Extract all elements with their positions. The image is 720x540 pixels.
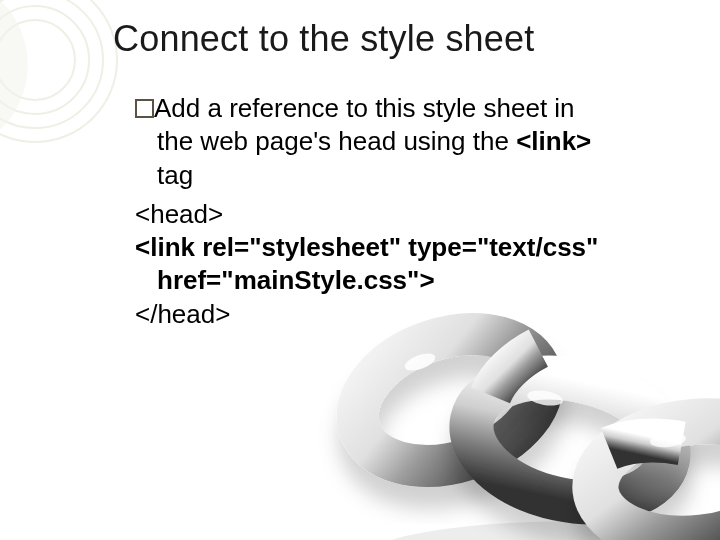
bullet-lead: Add [154, 93, 200, 123]
svg-point-8 [403, 350, 438, 374]
bullet-text-1: a reference to this style sheet in [200, 93, 574, 123]
svg-point-4 [370, 521, 720, 540]
bullet-text-2: the web page's head using the [157, 126, 516, 156]
svg-point-10 [649, 431, 686, 449]
link-tag-word: <link> [516, 126, 591, 156]
code-block: <head> <link rel="stylesheet" type="text… [135, 198, 675, 331]
svg-point-0 [0, 0, 117, 142]
bullet-box-icon [135, 99, 154, 118]
code-line-link-b: href="mainStyle.css"> [135, 264, 675, 297]
bullet-line-3: tag [135, 159, 675, 192]
svg-point-5 [340, 312, 559, 489]
svg-point-7 [589, 412, 720, 540]
svg-point-9 [526, 388, 564, 408]
svg-point-1 [0, 0, 103, 128]
slide-body: Add a reference to this style sheet in t… [135, 92, 675, 331]
code-line-head-open: <head> [135, 198, 675, 231]
bullet-line-2: the web page's head using the <link> [135, 125, 675, 158]
bullet-line: Add a reference to this style sheet in [135, 92, 675, 125]
slide-title: Connect to the style sheet [113, 18, 534, 60]
code-line-link-a: <link rel="stylesheet" type="text/css" [135, 231, 675, 264]
svg-point-2 [0, 6, 89, 114]
svg-point-6 [460, 361, 681, 520]
svg-point-3 [0, 20, 75, 100]
code-line-head-close: </head> [135, 298, 675, 331]
